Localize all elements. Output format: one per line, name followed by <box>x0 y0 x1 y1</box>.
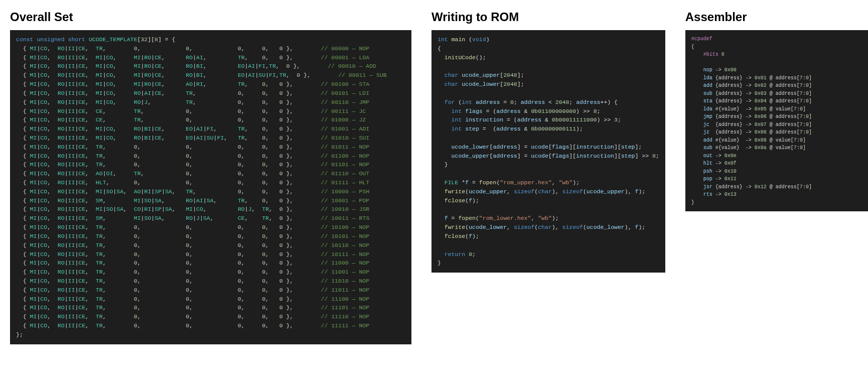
heading-overall-set: Overall Set <box>10 10 411 24</box>
heading-writing-rom: Writing to ROM <box>431 10 665 24</box>
code-assembler-def: #cpudef { #bits 8 nop -> 0x00 lda {addre… <box>685 30 868 211</box>
col-assembler: Assembler #cpudef { #bits 8 nop -> 0x00 … <box>685 10 868 211</box>
heading-assembler: Assembler <box>685 10 868 24</box>
col-overall-set: Overall Set const unsigned short UCODE_T… <box>10 10 411 344</box>
code-ucode-template: const unsigned short UCODE_TEMPLATE[32][… <box>10 30 411 344</box>
code-main-fn: int main (void) { initUCode(); char ucod… <box>431 30 665 273</box>
col-writing-rom: Writing to ROM int main (void) { initUCo… <box>431 10 665 273</box>
three-column-layout: Overall Set const unsigned short UCODE_T… <box>10 10 858 344</box>
